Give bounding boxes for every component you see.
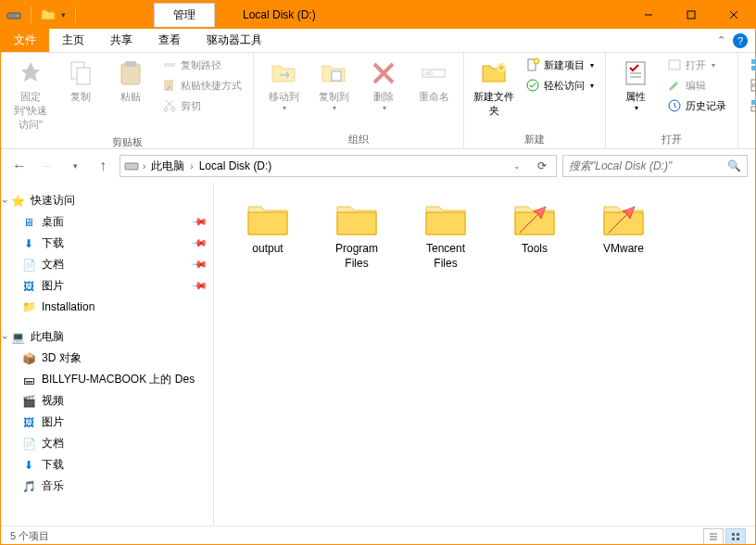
folder-item[interactable]: Program Files [321,197,392,274]
cut-button[interactable]: 剪切 [158,97,246,114]
open-button[interactable]: 打开▾ [663,57,730,73]
folder-item[interactable]: output [233,197,303,274]
recent-locations-button[interactable]: ▾ [64,155,86,177]
breadcrumb-bar[interactable]: › 此电脑 › Local Disk (D:) ⌄ ⟳ [120,155,557,177]
delete-button[interactable]: 删除▾ [361,57,406,114]
open-group-label: 打开 [613,131,730,148]
refresh-button[interactable]: ⟳ [532,159,552,172]
up-button[interactable]: ↑ [92,155,114,177]
move-to-button[interactable]: 移动到▾ [261,57,306,114]
search-box[interactable]: 🔍 [562,155,748,177]
folder-large-icon [246,201,290,238]
rename-button[interactable]: ab 重命名 [411,57,456,106]
sidebar-documents2[interactable]: 📄文档 [1,433,213,454]
edit-icon [667,78,682,93]
sidebar-desktop[interactable]: 🖥桌面📌 [1,211,213,233]
ribbon-collapse-icon[interactable]: ⌃ [717,34,725,46]
folder-item[interactable]: Tools [499,197,570,274]
folder-label: Tools [522,242,548,257]
tab-file[interactable]: 文件 [1,29,49,52]
sidebar-3d-objects[interactable]: 📦3D 对象 [1,348,213,369]
qat-dropdown[interactable]: ▾ [61,10,66,19]
copy-button[interactable]: 复制 [58,57,103,106]
network-drive-icon: 🖴 [21,373,36,387]
svg-rect-14 [332,71,341,81]
sidebar-pictures2[interactable]: 🖼图片 [1,412,213,433]
back-button[interactable]: ← [8,155,31,177]
paste-shortcut-button[interactable]: 粘贴快捷方式 [158,77,246,94]
open-icon [667,57,682,72]
sidebar-downloads[interactable]: ⬇下载📌 [1,233,213,254]
details-view-button[interactable] [703,528,724,545]
tab-view[interactable]: 查看 [145,29,194,52]
easy-access-button[interactable]: 轻松访问▾ [522,77,598,94]
breadcrumb-dropdown[interactable]: ⌄ [506,155,528,177]
sidebar-documents[interactable]: 📄文档📌 [1,254,213,275]
svg-rect-45 [737,538,739,540]
tab-drive-tools[interactable]: 驱动器工具 [194,29,275,52]
breadcrumb-location[interactable]: Local Disk (D:) [197,159,274,172]
svg-rect-26 [751,59,756,64]
svg-rect-3 [687,11,695,19]
edit-button[interactable]: 编辑 [663,77,730,94]
select-none-button[interactable]: 全部取消 [746,77,756,94]
tab-home[interactable]: 主页 [49,29,97,52]
sidebar-music[interactable]: 🎵音乐 [1,475,213,497]
folder-small-icon[interactable] [41,7,56,22]
svg-rect-9 [125,61,136,67]
folder-large-icon [601,201,646,238]
address-bar: ← → ▾ ↑ › 此电脑 › Local Disk (D:) ⌄ ⟳ 🔍 [1,149,755,183]
navigation-pane[interactable]: ⭐快速访问 🖥桌面📌 ⬇下载📌 📄文档📌 🖼图片📌 📁Installation … [1,183,214,526]
maximize-button[interactable] [670,1,712,29]
picture-icon: 🖼 [21,415,36,430]
select-none-icon [750,78,756,93]
new-item-button[interactable]: 新建项目▾ [522,57,598,73]
pin-to-quick-access-button[interactable]: 固定到"快速访问" [8,57,53,133]
sidebar-macbook[interactable]: 🖴BILLYFU-MACBOOK 上的 Des [1,369,213,390]
invert-selection-button[interactable]: 反向选择 [746,97,756,114]
sidebar-installation[interactable]: 📁Installation [1,297,213,317]
file-list[interactable]: outputProgram FilesTencent FilesToolsVMw… [214,183,755,526]
desktop-icon: 🖥 [21,215,36,230]
manage-contextual-tab[interactable]: 管理 [154,3,215,27]
sidebar-quick-access[interactable]: ⭐快速访问 [1,190,213,211]
new-folder-button[interactable]: 新建文件夹 [472,57,516,120]
folder-label: Program Files [325,242,388,271]
download-icon: ⬇ [21,458,36,473]
folder-item[interactable]: VMware [588,197,659,274]
ribbon: 固定到"快速访问" 复制 粘贴 复制路径 粘贴快捷方式 剪切 剪贴板 移动到▾ [1,53,755,149]
svg-text:ab: ab [425,70,433,76]
svg-rect-8 [121,64,140,84]
sidebar-videos[interactable]: 🎬视频 [1,390,213,412]
svg-point-12 [164,108,168,111]
search-icon[interactable]: 🔍 [727,159,741,172]
breadcrumb-this-pc[interactable]: 此电脑 [149,158,186,174]
video-icon: 🎬 [21,394,36,409]
tab-share[interactable]: 共享 [97,29,145,52]
properties-button[interactable]: 属性▾ [613,57,658,114]
minimize-button[interactable] [627,1,670,29]
help-icon[interactable]: ? [733,33,748,48]
copy-to-button[interactable]: 复制到▾ [311,57,356,114]
search-input[interactable] [569,159,727,172]
svg-rect-32 [751,86,756,91]
drive-breadcrumb-icon [124,158,139,173]
close-button[interactable] [712,1,755,29]
folder-item[interactable]: Tencent Files [410,197,481,274]
sidebar-downloads2[interactable]: ⬇下载 [1,454,213,475]
svg-rect-11 [164,80,173,91]
sidebar-this-pc[interactable]: 💻此电脑 [1,326,213,348]
drive-icon [6,7,21,22]
forward-button[interactable]: → [36,155,58,177]
document-icon: 📄 [21,258,36,272]
sidebar-pictures[interactable]: 🖼图片📌 [1,275,213,297]
history-button[interactable]: 历史记录 [663,97,730,114]
paste-button[interactable]: 粘贴 [108,57,153,106]
invert-icon [750,98,756,113]
select-all-icon [750,57,756,72]
path-icon [162,57,177,72]
icons-view-button[interactable] [725,528,746,545]
copy-path-button[interactable]: 复制路径 [158,57,246,73]
status-bar: 5 个项目 [1,526,755,545]
select-all-button[interactable]: 全部选择 [746,57,756,73]
